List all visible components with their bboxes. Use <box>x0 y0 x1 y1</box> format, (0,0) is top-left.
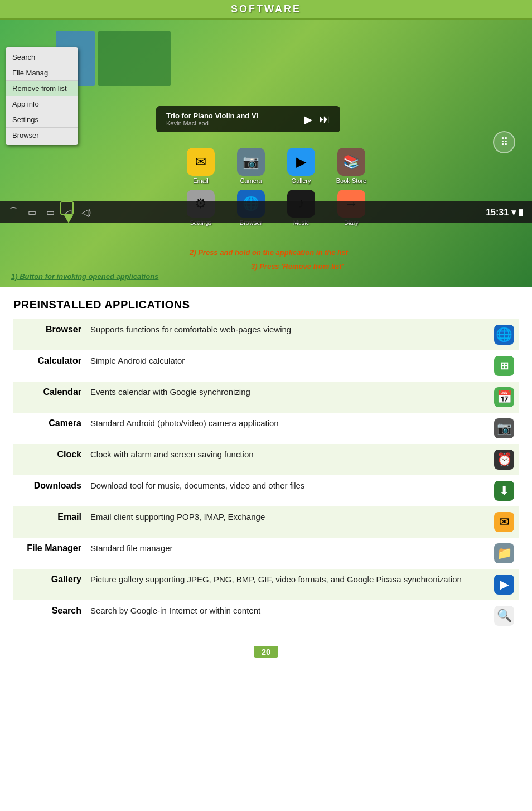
app-name-filemanager: File Manager <box>13 538 86 569</box>
preinstalled-title: PREINSTALLED APPLICATIONS <box>13 298 519 311</box>
software-header: SOFTWARE <box>0 0 532 20</box>
table-row: Search Search by Google-in Internet or w… <box>13 600 519 631</box>
app-icon-cell-email: ✉ <box>490 506 519 538</box>
email-app-icon: ✉ <box>494 512 514 532</box>
table-row: Browser Supports functions for comfortab… <box>13 319 519 350</box>
app-desc-filemanager: Standard file manager <box>86 538 490 569</box>
app-desc-calendar: Events calendar with Google synchronizin… <box>86 382 490 413</box>
app-name-email: Email <box>13 506 86 538</box>
context-menu: Search File Manag Remove from list App i… <box>6 47 78 145</box>
filemanager-app-icon: 📁 <box>494 543 514 563</box>
play-icon[interactable]: ▶ <box>304 113 312 126</box>
music-artist: Kevin MacLeod <box>166 120 295 127</box>
downloads-app-icon: ⬇ <box>494 481 514 501</box>
app-name-browser: Browser <box>13 319 86 350</box>
page-number: 20 <box>254 646 279 658</box>
annotation-3: 3) Press 'Remove from list' <box>251 262 344 271</box>
app-email[interactable]: ✉ Email <box>178 148 223 184</box>
annotations: 1) Button for invoking opened applicatio… <box>0 231 532 287</box>
app-icon-cell-camera: 📷 <box>490 413 519 444</box>
preinstalled-section: PREINSTALLED APPLICATIONS Browser Suppor… <box>0 287 532 637</box>
app-camera[interactable]: 📷 Camera <box>229 148 273 184</box>
ctx-appinfo[interactable]: App info <box>6 96 78 112</box>
bookstore-label: Book Store <box>336 177 366 184</box>
ctx-filemanag[interactable]: File Manag <box>6 65 78 81</box>
app-icon-cell-search: 🔍 <box>490 600 519 631</box>
nav-home-icon[interactable]: ▭ <box>28 207 36 218</box>
app-icon-cell-gallery: ▶ <box>490 569 519 600</box>
table-row: Camera Standard Android (photo/video) ca… <box>13 413 519 444</box>
table-row: File Manager Standard file manager 📁 <box>13 538 519 569</box>
gallery-icon: ▶ <box>287 148 315 176</box>
app-icon-cell-calendar: 📅 <box>490 382 519 413</box>
gallery-label: Gallery <box>292 177 311 184</box>
app-name-camera: Camera <box>13 413 86 444</box>
music-player: Trio for Piano Violin and Vi Kevin MacLe… <box>156 106 340 132</box>
app-icon-cell-browser: 🌐 <box>490 319 519 350</box>
grid-button[interactable]: ⠿ <box>493 131 515 153</box>
app-desc-email: Email client supporting POP3, IMAP, Exch… <box>86 506 490 538</box>
music-info: Trio for Piano Violin and Vi Kevin MacLe… <box>166 112 295 127</box>
nav-back-icon[interactable]: ⌒ <box>9 206 18 218</box>
app-desc-camera: Standard Android (photo/video) camera ap… <box>86 413 490 444</box>
app-icon-cell-filemanager: 📁 <box>490 538 519 569</box>
browser-app-icon: 🌐 <box>494 325 514 345</box>
table-row: Gallery Picture gallery supporting JPEG,… <box>13 569 519 600</box>
app-desc-gallery: Picture gallery supporting JPEG, PNG, BM… <box>86 569 490 600</box>
annotation-1: 1) Button for invoking opened applicatio… <box>11 272 158 281</box>
camera-app-icon: 📷 <box>494 418 514 438</box>
next-icon[interactable]: ⏭ <box>319 113 330 125</box>
app-desc-downloads: Download tool for music, documents, vide… <box>86 475 490 506</box>
app-name-gallery: Gallery <box>13 569 86 600</box>
software-title: SOFTWARE <box>231 3 301 15</box>
app-name-clock: Clock <box>13 444 86 475</box>
camera-icon: 📷 <box>237 148 265 176</box>
app-desc-browser: Supports functions for comfortable web-p… <box>86 319 490 350</box>
table-row: Calculator Simple Android calculator ⊞ <box>13 350 519 382</box>
recent-apps-btn-indicator <box>60 201 74 215</box>
gallery-app-icon: ▶ <box>494 575 514 595</box>
email-label: Email <box>193 177 209 184</box>
status-bar: ⌒ ▭ ▭ ◁ ◁) 15:31 ▾ ▮ <box>0 201 532 223</box>
ctx-settings[interactable]: Settings <box>6 112 78 128</box>
annotation-arrow-1 <box>64 215 73 223</box>
table-row: Calendar Events calendar with Google syn… <box>13 382 519 413</box>
status-time: 15:31 ▾ ▮ <box>486 207 523 218</box>
ctx-browser[interactable]: Browser <box>6 128 78 143</box>
clock-app-icon: ⏰ <box>494 450 514 470</box>
screenshot-area: Search File Manag Remove from list App i… <box>0 20 532 287</box>
mini-screen-2 <box>98 31 171 86</box>
table-row: Downloads Download tool for music, docum… <box>13 475 519 506</box>
camera-label: Camera <box>240 177 262 184</box>
app-name-calendar: Calendar <box>13 382 86 413</box>
calendar-app-icon: 📅 <box>494 387 514 407</box>
ctx-remove[interactable]: Remove from list <box>6 81 78 96</box>
nav-recent-icon[interactable]: ▭ <box>46 207 55 218</box>
bookstore-icon: 📚 <box>337 148 365 176</box>
email-icon: ✉ <box>187 148 215 176</box>
app-table-body: Browser Supports functions for comfortab… <box>13 319 519 631</box>
app-icon-cell-downloads: ⬇ <box>490 475 519 506</box>
app-name-search: Search <box>13 600 86 631</box>
ctx-search[interactable]: Search <box>6 50 78 65</box>
music-title: Trio for Piano Violin and Vi <box>166 112 295 120</box>
app-gallery[interactable]: ▶ Gallery <box>279 148 323 184</box>
search-app-icon: 🔍 <box>494 606 514 626</box>
app-desc-clock: Clock with alarm and screen saving funct… <box>86 444 490 475</box>
app-icon-cell-calculator: ⊞ <box>490 350 519 382</box>
page-number-area: 20 <box>0 637 532 663</box>
app-name-calculator: Calculator <box>13 350 86 382</box>
app-desc-search: Search by Google-in Internet or within c… <box>86 600 490 631</box>
table-row: Clock Clock with alarm and screen saving… <box>13 444 519 475</box>
annotation-2: 2) Press and hold on the application in … <box>190 248 348 257</box>
app-desc-calculator: Simple Android calculator <box>86 350 490 382</box>
calculator-app-icon: ⊞ <box>494 356 514 376</box>
app-name-downloads: Downloads <box>13 475 86 506</box>
music-controls: ▶ ⏭ <box>304 113 330 126</box>
vol-up-icon[interactable]: ◁) <box>81 207 91 218</box>
app-icon-cell-clock: ⏰ <box>490 444 519 475</box>
app-bookstore[interactable]: 📚 Book Store <box>329 148 374 184</box>
app-table: Browser Supports functions for comfortab… <box>13 319 519 631</box>
table-row: Email Email client supporting POP3, IMAP… <box>13 506 519 538</box>
